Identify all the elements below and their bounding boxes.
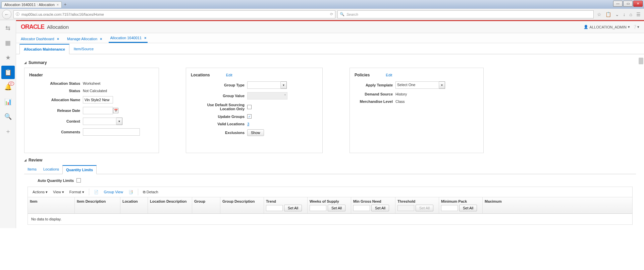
context-label: Context (29, 119, 83, 123)
calendar-icon[interactable]: 📅 (113, 108, 118, 113)
home-icon[interactable]: ⌂ (630, 12, 632, 17)
minpack-set-all-button[interactable]: Set All (459, 205, 477, 211)
review-tab-locations[interactable]: Locations (40, 165, 62, 174)
clipboard-icon[interactable]: 📋 (605, 12, 611, 17)
rail-add-icon[interactable]: ＋ (1, 125, 15, 138)
review-tab-items[interactable]: Items (24, 165, 40, 174)
new-tab-icon[interactable]: + (64, 2, 66, 7)
group-view-link[interactable]: Group View (103, 190, 124, 194)
minimize-button[interactable]: — (613, 1, 623, 7)
bookmark-icon[interactable]: ☆ (597, 12, 601, 17)
wos-all-input[interactable] (310, 205, 326, 211)
view-menu[interactable]: View ▾ (52, 190, 65, 194)
merch-level-value: Class (395, 99, 405, 104)
tab-allocation-id[interactable]: Allocation 1640011 × (109, 34, 148, 43)
locations-edit-link[interactable]: Edit (226, 73, 232, 77)
maximize-button[interactable]: ▭ (623, 1, 633, 7)
context-select[interactable]: ▼ (83, 118, 122, 125)
threshold-set-all-button: Set All (416, 205, 433, 211)
pocket-icon[interactable]: ⌄ (615, 12, 619, 17)
valid-locations-link[interactable]: 3 (247, 122, 249, 126)
browser-tab[interactable]: Allocation 1640011 : Allocation × (1, 1, 62, 8)
refresh-icon[interactable]: ⟳ (330, 12, 333, 16)
rail-notifications-icon[interactable]: 🔔17 (1, 80, 15, 94)
locations-title: Locations (191, 73, 210, 77)
policies-edit-link[interactable]: Edit (386, 73, 392, 77)
help-icon[interactable]: ❔▾ (633, 25, 639, 29)
summary-header[interactable]: ◢ Summary (24, 60, 636, 65)
rail-apps-icon[interactable]: ▦ (1, 36, 15, 50)
rail-reports-icon[interactable]: 📊 (1, 95, 15, 109)
review-title: Review (29, 158, 42, 162)
back-button[interactable]: ← (2, 10, 11, 19)
default-sourcing-checkbox[interactable] (247, 105, 252, 109)
mgn-set-all-button[interactable]: Set All (371, 205, 389, 211)
user-menu[interactable]: 👤 ALLOCATION_ADMIN ▾ (584, 25, 630, 29)
rail-toggle-icon[interactable]: ⇆ (1, 21, 15, 35)
tab-label: Manage Allocation (67, 37, 97, 41)
subtab-allocation-maintenance[interactable]: Allocation Maintenance (19, 44, 69, 54)
release-date-input[interactable] (83, 107, 113, 114)
close-icon[interactable]: × (57, 3, 59, 7)
close-icon[interactable]: × (144, 36, 146, 40)
mgn-all-input[interactable] (353, 205, 370, 211)
comments-input[interactable] (83, 128, 140, 136)
actions-menu[interactable]: Actions ▾ (31, 190, 49, 194)
export-icon[interactable]: 📄 (93, 190, 100, 194)
menu-icon[interactable]: ☰ (636, 12, 641, 17)
search-field[interactable]: 🔍 Search (337, 10, 594, 18)
policies-title: Policies (355, 73, 370, 77)
tab-manage-allocation[interactable]: Manage Allocation × (66, 35, 103, 43)
col-trend[interactable]: Trend Set All (264, 197, 308, 213)
col-location[interactable]: Location (120, 197, 148, 213)
header-panel-title: Header (29, 73, 154, 77)
close-icon[interactable]: × (57, 37, 59, 41)
valid-locations-label: Valid Locations (191, 122, 247, 126)
detach-button[interactable]: ⧉ Detach (142, 190, 160, 194)
wrap-icon[interactable]: 📑 (127, 190, 135, 194)
url-field[interactable]: ⓘ msp00aci.us.oracle.com:7157/alloc16/fa… (13, 10, 335, 18)
download-icon[interactable]: ↓ (623, 12, 626, 17)
col-item[interactable]: Item (28, 197, 75, 213)
col-group-desc[interactable]: Group Description (220, 197, 264, 213)
chevron-down-icon: ▾ (628, 25, 630, 29)
trend-all-input[interactable] (266, 205, 283, 211)
show-button[interactable]: Show (247, 129, 264, 136)
allocation-name-input[interactable] (83, 96, 113, 104)
col-weeks-of-supply[interactable]: Weeks of Supply Set All (308, 197, 351, 213)
close-window-button[interactable]: ✕ (633, 1, 643, 7)
status-label: Status (29, 89, 83, 93)
info-icon: ⓘ (16, 12, 19, 17)
review-tabs: Items Locations Quantity Limits (24, 165, 636, 174)
subtab-item-source[interactable]: Item/Source (69, 44, 98, 54)
scrollbar-thumb[interactable] (639, 58, 643, 64)
apply-template-select[interactable]: Select One ▼ (395, 81, 445, 89)
user-icon: 👤 (584, 25, 588, 29)
col-minimum-pack[interactable]: Minimum Pack Set All (439, 197, 483, 213)
app-title: Allocation (47, 24, 69, 30)
update-groups-checkbox[interactable]: ✓ (247, 114, 252, 119)
review-header[interactable]: ◢ Review (24, 158, 636, 162)
close-icon[interactable]: × (100, 37, 102, 41)
locations-panel: Locations Edit Group Type ▼ Group Value … (186, 68, 323, 153)
format-menu[interactable]: Format ▾ (68, 190, 86, 194)
chevron-down-icon: ▼ (116, 118, 122, 125)
rail-search-rail-icon[interactable]: 🔍 (1, 110, 15, 123)
rail-tasks-icon[interactable]: 📋 (1, 66, 15, 79)
minpack-all-input[interactable] (441, 205, 458, 211)
col-min-gross-need[interactable]: Min Gross Need Set All (351, 197, 395, 213)
rail-favorites-icon[interactable]: ★ (1, 51, 15, 64)
col-item-desc[interactable]: Item Description (75, 197, 120, 213)
col-threshold[interactable]: Threshold Set All (395, 197, 439, 213)
auto-qty-checkbox[interactable] (76, 178, 81, 183)
wos-set-all-button[interactable]: Set All (328, 205, 345, 211)
tab-allocator-dashboard[interactable]: Allocator Dashboard × (19, 35, 60, 43)
trend-set-all-button[interactable]: Set All (284, 205, 302, 211)
col-group[interactable]: Group (192, 197, 220, 213)
review-tab-quantity-limits[interactable]: Quantity Limits (62, 165, 97, 174)
col-location-desc[interactable]: Location Description (148, 197, 192, 213)
tab-label: Allocator Dashboard (21, 37, 54, 41)
col-maximum[interactable]: Maximum (483, 197, 503, 213)
group-type-select[interactable]: ▼ (247, 81, 287, 89)
browser-tab-bar: Allocation 1640011 : Allocation × + — ▭ … (0, 0, 644, 9)
